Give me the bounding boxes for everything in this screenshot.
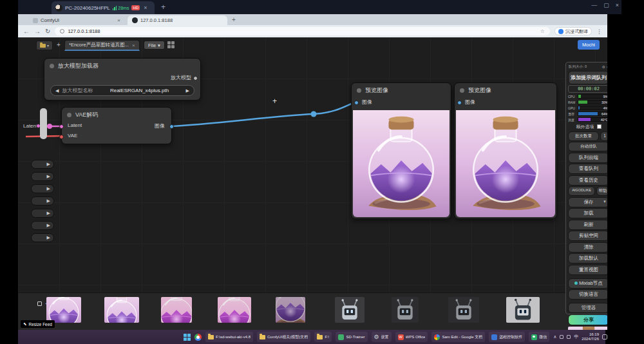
start-button[interactable] (184, 334, 191, 341)
batch-count-label[interactable]: 批次数量 (568, 131, 599, 141)
load-button[interactable]: 加载 (568, 208, 607, 218)
feed-thumbnail-robot[interactable] (392, 297, 419, 323)
new-session-button[interactable]: + (161, 3, 166, 12)
collapsed-widget-pill[interactable]: ▶ (31, 172, 54, 181)
node-title[interactable]: VAE解码 (62, 108, 171, 121)
node-title[interactable]: 预览图像 (455, 83, 556, 97)
preview-image[interactable] (353, 110, 450, 217)
translate-extension-button[interactable]: 沉浸式翻译 (554, 27, 592, 35)
taskbar-item-sd-trainer[interactable]: SD-Trainer (336, 332, 367, 342)
collapsed-widget-pill[interactable]: ▶ (31, 160, 54, 169)
feed-thumbnail-robot[interactable] (506, 297, 540, 323)
collapse-dot[interactable] (460, 88, 464, 93)
tray-volume-icon[interactable] (567, 335, 571, 339)
feed-thumbnail-robot[interactable] (448, 297, 479, 323)
close-menu-icon[interactable]: × (607, 65, 607, 69)
mochi-button[interactable]: Mochi (578, 40, 600, 50)
back-icon[interactable]: ← (23, 28, 30, 35)
taskbar-item-wechat[interactable]: 微信 (529, 332, 549, 342)
vae-input-dot[interactable] (59, 135, 64, 139)
reset-view-button[interactable]: 重置视图 (568, 265, 607, 275)
auto-queue-button[interactable]: 自动排队 (568, 142, 607, 151)
upscale-model-name-widget[interactable]: ◀ 放大模型名称 RealESRGAN_x4plus.pth ▶ (50, 85, 194, 96)
manager-button[interactable]: 管理器 (568, 303, 607, 313)
taskbar-item-settings[interactable]: ⚙设置 (372, 332, 392, 342)
help-button[interactable]: 帮助 (596, 186, 607, 196)
tab-close-icon[interactable]: × (117, 17, 120, 23)
workflow-tab[interactable]: *Encore产品草图转逼真图... × (64, 40, 140, 51)
browser-menu-icon[interactable]: ⋮ (596, 28, 602, 35)
feed-thumbnail-bottle[interactable] (218, 297, 251, 323)
node-preview-image-1[interactable]: 预览图像 图像 (351, 82, 451, 219)
feed-settings-icon[interactable] (37, 301, 42, 306)
taskbar-item-google-doc[interactable]: Sam Edit - Google 文档 (431, 332, 485, 342)
feed-thumbnail-robot[interactable] (335, 297, 365, 323)
reload-icon[interactable]: ↻ (45, 28, 50, 35)
upscale-model-output-dot[interactable] (193, 76, 198, 81)
collapse-dot[interactable] (67, 113, 71, 117)
node-upscale-model-loader[interactable]: 放大模型加载器 放大模型 ◀ 放大模型名称 RealESRGAN_x4plus.… (44, 58, 201, 100)
new-workflow-button[interactable]: + (57, 41, 61, 48)
collapse-dot[interactable] (357, 88, 361, 93)
workflow-tab-close-icon[interactable]: × (132, 43, 135, 48)
prev-arrow-icon[interactable]: ◀ (55, 88, 59, 93)
taskbar-item-explorer[interactable]: ComfyUI相关(模型)文档 (257, 332, 310, 342)
site-info-icon[interactable] (60, 29, 64, 33)
mixlab-nodes-button[interactable]: Mixlab节点 (568, 278, 607, 289)
chrome-taskbar-icon[interactable] (194, 334, 202, 341)
preview-image[interactable] (456, 110, 555, 217)
view-history-button[interactable]: 查看历史 (568, 175, 607, 186)
feed-thumbnail-bottle[interactable] (276, 297, 305, 323)
switch-language-button[interactable]: 切换语言 (568, 289, 607, 300)
queue-prompt-button[interactable]: 添加提示词队列 (568, 71, 607, 84)
collapsed-node[interactable] (40, 108, 47, 139)
feed-thumbnail-bottle[interactable] (46, 297, 81, 323)
close-session-icon[interactable]: × (144, 5, 147, 11)
minimize-icon[interactable]: — (591, 2, 597, 8)
node-preview-image-2[interactable]: 预览图像 图像 (454, 82, 557, 219)
next-arrow-icon[interactable]: ▶ (186, 88, 189, 93)
maximize-icon[interactable]: ▢ (603, 2, 609, 8)
load-default-button[interactable]: 加载默认 (568, 253, 607, 263)
image-input-dot[interactable] (354, 100, 359, 105)
tray-network-icon[interactable] (560, 335, 564, 339)
node-vae-decode[interactable]: VAE解码 Latent VAE 图像 (61, 107, 172, 144)
save-dropdown-icon[interactable]: ▼ (603, 200, 607, 204)
taskbar-clock[interactable]: 16:19 2024/7/26 (582, 332, 599, 341)
batch-count-value[interactable]: 1 (600, 131, 607, 141)
forward-icon[interactable]: → (34, 28, 41, 35)
workflow-folder-button[interactable]: ▾ (36, 41, 53, 50)
view-queue-button[interactable]: 查看队列 (568, 164, 607, 174)
extra-options-row[interactable]: 额外选项 (567, 124, 607, 130)
clear-button[interactable]: 清除 (568, 242, 607, 253)
collapsed-widget-pill[interactable]: ▶ (31, 209, 54, 218)
file-menu-button[interactable]: File ▾ (144, 41, 165, 50)
resize-feed-label[interactable]: ⬉ Resize Feed (21, 320, 55, 328)
extra-options-checkbox[interactable] (597, 124, 601, 129)
node-title[interactable]: 预览图像 (352, 83, 451, 97)
bookmark-star-icon[interactable]: ☆ (540, 28, 545, 34)
browser-tab-active[interactable]: 127.0.0.1:8188 (128, 15, 227, 25)
ime-indicator[interactable]: 中 (574, 334, 578, 340)
feed-thumbnail-bottle[interactable] (161, 297, 192, 323)
collapsed-widget-pill[interactable]: ▶ (31, 196, 54, 205)
latent-input-dot[interactable] (59, 124, 64, 129)
queue-front-button[interactable]: 队列前端 (568, 153, 607, 163)
collapsed-widget-pill[interactable]: ▶ (31, 184, 54, 193)
collapsed-widget-pill[interactable]: ▶ (31, 221, 54, 230)
feed-thumbnail-bottle[interactable] (104, 297, 139, 323)
community-button[interactable]: AIGODLIKE (568, 186, 595, 196)
close-icon[interactable]: × (616, 2, 619, 8)
browser-tab-comfyui[interactable]: ComfyUI × (28, 15, 125, 25)
settings-gear-icon[interactable]: ⚙ (602, 65, 605, 69)
node-title[interactable]: 放大模型加载器 (44, 59, 200, 72)
clipspace-button[interactable]: 剪贴空间 (568, 231, 607, 241)
taskbar-item-explorer[interactable]: F:\ (314, 332, 332, 342)
tray-expand-icon[interactable]: ∧ (553, 334, 556, 339)
new-tab-button[interactable]: + (232, 16, 236, 23)
refresh-button[interactable]: 刷新 (568, 220, 607, 230)
share-button[interactable]: 分享 (568, 314, 607, 325)
taskbar-item-wps[interactable]: WWPS Office (395, 332, 428, 342)
save-button[interactable]: 保存 ▼ (568, 197, 607, 207)
image-input-dot[interactable] (457, 100, 462, 105)
